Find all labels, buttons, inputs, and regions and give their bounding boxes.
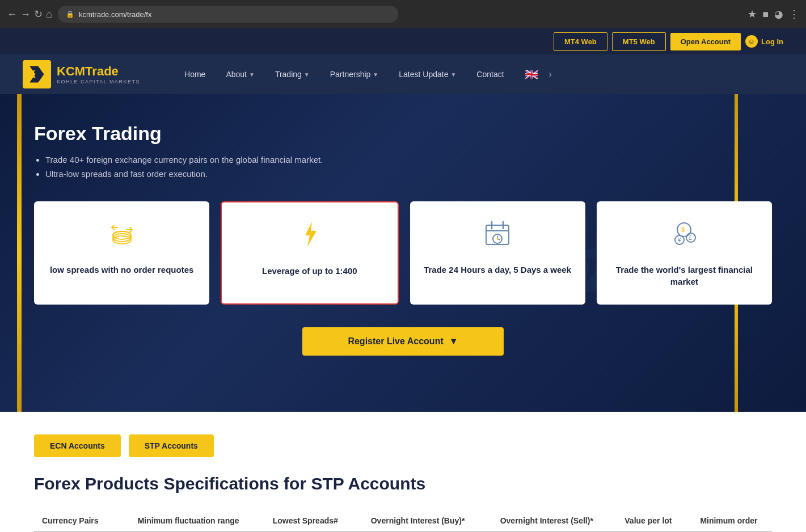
nav-links: Home About ▼ Trading ▼ Partnership ▼ Lat…	[174, 54, 783, 94]
hero-section: ¥€$£€¥ Forex Trading Trade 40+ foreign e…	[0, 94, 806, 412]
table-section-title: Forex Products Specifications for STP Ac…	[34, 474, 772, 493]
nav-latest-update-arrow: ▼	[450, 71, 456, 78]
nav-latest-update-label: Latest Update	[399, 70, 448, 79]
svg-text:£: £	[689, 235, 693, 241]
nav-trading[interactable]: Trading ▼	[265, 54, 320, 94]
nav-about-label: About	[226, 70, 247, 79]
svg-text:$: $	[681, 226, 685, 233]
card-world-market-text: Trade the world's largest financial mark…	[608, 264, 761, 288]
register-live-account-button[interactable]: Register Live Account ▼	[302, 327, 503, 356]
col-header-spreads: Lowest Spreads#	[258, 510, 353, 531]
col-header-fluctuation: Minimum fluctuation range	[119, 510, 258, 531]
col-header-min-order: Minimum order	[686, 510, 772, 531]
nav-latest-update[interactable]: Latest Update ▼	[389, 54, 466, 94]
logo-icon: K	[23, 60, 51, 88]
card-world-market: $ £ ¥ Trade the world's largest financia…	[597, 201, 772, 305]
hero-bullet-1: Trade 40+ foreign exchange currency pair…	[45, 155, 772, 164]
nav-flag[interactable]: 🇬🇧	[514, 54, 549, 94]
svg-marker-5	[305, 222, 317, 247]
nav-about-arrow: ▼	[249, 71, 255, 78]
card-hours: Trade 24 Hours a day, 5 Days a week	[410, 201, 585, 305]
register-btn-wrap: Register Live Account ▼	[34, 327, 772, 356]
nav-contact-label: Contact	[476, 70, 504, 79]
account-tabs: ECN Accounts STP Accounts	[0, 412, 806, 468]
card-leverage-text: Leverage of up to 1:400	[262, 265, 357, 277]
register-btn-arrow: ▼	[449, 336, 458, 347]
arrows-coins-icon	[107, 218, 137, 254]
home-button[interactable]: ⌂	[46, 9, 52, 20]
card-hours-text: Trade 24 Hours a day, 5 Days a week	[424, 264, 571, 276]
table-section: Forex Products Specifications for STP Ac…	[0, 468, 806, 532]
flag-icon: 🇬🇧	[525, 67, 539, 81]
nav-partnership[interactable]: Partnership ▼	[320, 54, 389, 94]
puzzle-icon[interactable]: ■	[762, 9, 769, 20]
feature-cards: low spreads with no order requotes Lever…	[34, 201, 772, 305]
login-label: Log In	[761, 37, 783, 46]
stp-accounts-tab[interactable]: STP Accounts	[129, 434, 214, 457]
nav-trading-arrow: ▼	[304, 71, 310, 78]
lightning-icon	[295, 219, 324, 255]
card-leverage: Leverage of up to 1:400	[221, 201, 398, 305]
nav-more-button[interactable]: ›	[549, 69, 552, 79]
menu-icon[interactable]: ⋮	[789, 8, 799, 20]
col-header-currency: Currency Pairs	[34, 510, 119, 531]
nav-home-label: Home	[184, 70, 205, 79]
open-account-button[interactable]: Open Account	[670, 33, 741, 50]
nav-trading-label: Trading	[275, 70, 302, 79]
secure-icon: 🔒	[66, 10, 74, 18]
hero-title: Forex Trading	[34, 123, 772, 145]
mt5-web-button[interactable]: MT5 Web	[612, 32, 666, 51]
register-btn-label: Register Live Account	[348, 336, 443, 347]
top-bar: MT4 Web MT5 Web Open Account ☺ Log In	[0, 28, 806, 54]
nav-partnership-label: Partnership	[330, 70, 371, 79]
back-button[interactable]: ←	[7, 9, 17, 20]
mt4-web-button[interactable]: MT4 Web	[554, 32, 607, 51]
login-button[interactable]: ☺ Log In	[745, 35, 783, 48]
logo-subtitle: KOHLE CAPITAL MARKETS	[57, 79, 140, 85]
table-header-row: Currency Pairs Minimum fluctuation range…	[34, 510, 772, 531]
url-display[interactable]: kcmtrade.com/trade/fx	[79, 10, 152, 19]
logo-text: KCMTrade KOHLE CAPITAL MARKETS	[57, 64, 140, 85]
col-header-oi-sell: Overnight Interest (Sell)*	[483, 510, 611, 531]
nav-home[interactable]: Home	[174, 54, 216, 94]
logo-title: KCMTrade	[57, 64, 140, 79]
svg-point-10	[497, 238, 499, 240]
svg-text:¥: ¥	[677, 237, 682, 243]
specs-table: Currency Pairs Minimum fluctuation range…	[34, 510, 772, 532]
navbar: K KCMTrade KOHLE CAPITAL MARKETS Home Ab…	[0, 54, 806, 94]
ecn-accounts-tab[interactable]: ECN Accounts	[34, 434, 121, 457]
login-icon: ☺	[745, 35, 758, 48]
col-header-oi-buy: Overnight Interest (Buy)*	[353, 510, 483, 531]
logo[interactable]: K KCMTrade KOHLE CAPITAL MARKETS	[23, 60, 140, 88]
calendar-icon	[483, 218, 512, 254]
forward-button[interactable]: →	[20, 9, 31, 20]
svg-text:K: K	[28, 69, 36, 80]
nav-about[interactable]: About ▼	[216, 54, 265, 94]
hero-bullet-2: Ultra-low spreads and fast order executi…	[45, 169, 772, 179]
reload-button[interactable]: ↻	[34, 8, 43, 20]
hero-content: Forex Trading Trade 40+ foreign exchange…	[34, 123, 772, 356]
globe-coins-icon: $ £ ¥	[669, 218, 699, 254]
card-low-spreads-text: low spreads with no order requotes	[50, 264, 193, 276]
nav-partnership-arrow: ▼	[373, 71, 378, 78]
hero-bullets: Trade 40+ foreign exchange currency pair…	[34, 155, 772, 179]
col-header-value-per-lot: Value per lot	[611, 510, 686, 531]
star-icon[interactable]: ★	[748, 8, 757, 20]
profile-icon[interactable]: ◕	[774, 8, 783, 20]
card-low-spreads: low spreads with no order requotes	[34, 201, 209, 305]
gold-bar-left	[17, 94, 22, 412]
nav-contact[interactable]: Contact	[466, 54, 514, 94]
